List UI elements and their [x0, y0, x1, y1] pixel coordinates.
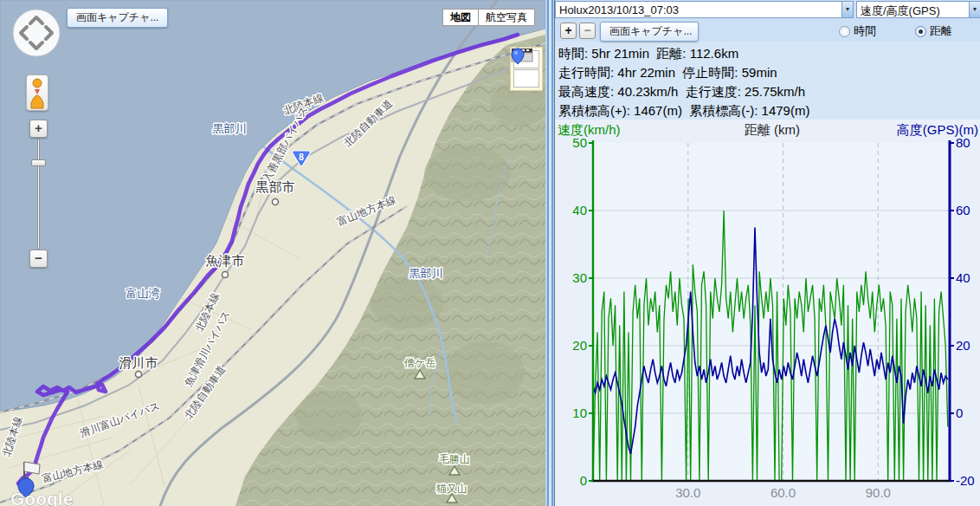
- map-zoom-in-button[interactable]: +: [29, 120, 48, 138]
- zoom-slider-handle[interactable]: [31, 159, 46, 166]
- chart-toolbar: + − 画面キャプチャ... 時間 距離: [555, 19, 980, 42]
- place-pin-tool[interactable]: [513, 69, 539, 88]
- track-select-dropdown[interactable]: Holux2013/10/13_07:03 ▾: [555, 1, 854, 18]
- dropdown-row: Holux2013/10/13_07:03 ▾ 速度/高度(GPS) ▾: [555, 0, 980, 19]
- chart-zoom-in-button[interactable]: +: [560, 23, 577, 39]
- right-tick-label: 80: [956, 135, 970, 150]
- blue-pin-icon: [511, 48, 525, 65]
- map-label: 富山湾: [126, 287, 160, 300]
- chevron-down-icon[interactable]: ▾: [969, 2, 980, 17]
- map-capture-button[interactable]: 画面キャプチャ...: [67, 8, 168, 28]
- map-label: 滑川市: [119, 355, 158, 370]
- map-label: 魚津市: [206, 253, 245, 268]
- plot-background: [593, 143, 950, 481]
- map-tools-panel: [510, 47, 543, 91]
- map-label: 僧ケ岳: [404, 357, 435, 369]
- mode-select-value: 速度/高度(GPS): [861, 4, 940, 17]
- left-tick-label: 0: [580, 473, 587, 488]
- map-pane[interactable]: 8 黒部川北陸本線入善黒部バイパス北陸自動車道黒部市富山地方本線魚津市富山湾北陸…: [0, 0, 545, 506]
- left-tick-label: 20: [572, 338, 587, 353]
- map-label: 猫又山: [436, 483, 467, 495]
- stat-max-avg-speed: 最高速度: 40.23km/h 走行速度: 25.75km/h: [558, 82, 980, 101]
- x-tick-label: 30.0: [675, 485, 700, 500]
- panel-capture-button[interactable]: 画面キャプチャ...: [600, 22, 699, 42]
- city-dot: [136, 372, 142, 378]
- route-shield-number: 8: [299, 152, 304, 162]
- stat-cumulative-elevation: 累積標高(+): 1467(m) 累積標高(-): 1479(m): [558, 101, 980, 120]
- gps-track-viewer-window: 8 黒部川北陸本線入善黒部バイパス北陸自動車道黒部市富山地方本線魚津市富山湾北陸…: [0, 0, 980, 506]
- map-zoom-out-button[interactable]: −: [29, 250, 48, 268]
- x-axis-distance-radio[interactable]: 距離: [915, 23, 952, 39]
- time-radio-label: 時間: [854, 23, 876, 39]
- pegman-icon: [31, 79, 43, 108]
- map-label: 毛勝山: [439, 453, 470, 465]
- track-data-panel: Holux2013/10/13_07:03 ▾ 速度/高度(GPS) ▾ + −…: [554, 0, 980, 506]
- city-dot: [273, 199, 279, 205]
- right-tick-label: -20: [956, 473, 975, 488]
- speed-altitude-chart: 速度(km/h) 距離 (km) 高度(GPS)(m) 01020304050-…: [555, 120, 980, 506]
- left-tick-label: 30: [572, 270, 587, 285]
- google-logo: Google: [10, 489, 73, 506]
- left-tick-label: 10: [572, 405, 587, 420]
- map-type-switcher: 地図 航空写真: [442, 9, 535, 26]
- x-axis-time-radio[interactable]: 時間: [839, 23, 876, 39]
- map-label: 黒部川: [409, 267, 443, 280]
- map-zoom-slider[interactable]: + −: [29, 120, 49, 269]
- left-tick-label: 50: [572, 135, 587, 150]
- right-tick-label: 60: [956, 203, 970, 217]
- map-canvas[interactable]: 8 黒部川北陸本線入善黒部バイパス北陸自動車道黒部市富山地方本線魚津市富山湾北陸…: [0, 0, 545, 506]
- map-type-satellite-button[interactable]: 航空写真: [479, 9, 535, 26]
- distance-radio-label: 距離: [930, 23, 952, 39]
- radio-selected-icon[interactable]: [915, 26, 926, 37]
- pane-divider[interactable]: [545, 0, 554, 506]
- chart-canvas: 01020304050-2002040608030.060.090.0: [555, 120, 980, 506]
- city-dot: [222, 272, 229, 278]
- map-label: 黒部市: [256, 179, 295, 194]
- mode-select-dropdown[interactable]: 速度/高度(GPS) ▾: [856, 1, 980, 18]
- x-tick-label: 90.0: [866, 485, 891, 500]
- map-type-map-button[interactable]: 地図: [442, 9, 479, 26]
- chevron-down-icon[interactable]: ▾: [841, 2, 853, 17]
- track-statistics: 時間: 5hr 21min 距離: 112.6km 走行時間: 4hr 22mi…: [555, 42, 980, 120]
- right-tick-label: 0: [956, 405, 963, 420]
- track-select-value: Holux2013/10/13_07:03: [559, 3, 679, 16]
- stat-moving-stopped-time: 走行時間: 4hr 22min 停止時間: 59min: [558, 63, 980, 82]
- chart-zoom-out-button[interactable]: −: [579, 23, 596, 39]
- left-tick-label: 40: [572, 203, 587, 217]
- x-tick-label: 60.0: [770, 485, 796, 500]
- right-tick-label: 20: [956, 338, 970, 353]
- map-label: 黒部川: [213, 122, 247, 135]
- zoom-slider-track[interactable]: [37, 139, 40, 250]
- pegman-streetview-control[interactable]: [26, 75, 48, 111]
- radio-unselected-icon[interactable]: [839, 26, 850, 37]
- pan-control[interactable]: [11, 8, 61, 58]
- right-tick-label: 40: [956, 270, 970, 285]
- stat-time-distance: 時間: 5hr 21min 距離: 112.6km: [558, 44, 980, 63]
